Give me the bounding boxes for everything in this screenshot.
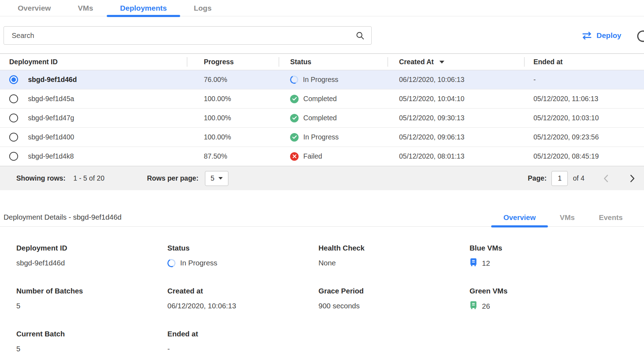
refresh-icon — [636, 29, 644, 43]
radio-button[interactable] — [9, 133, 18, 142]
progress-value: 100.00% — [187, 128, 279, 147]
field-value: 5 — [16, 301, 167, 311]
field-value: - — [167, 344, 318, 352]
rows-per-page-value: 5 — [211, 174, 215, 182]
status-label: In Progress — [303, 76, 338, 84]
status-cell: Completed — [279, 109, 388, 127]
tab-overview[interactable]: Overview — [4, 0, 64, 16]
field-deployment-id: Deployment ID sbgd-9ef1d46d — [16, 244, 167, 268]
column-label: Status — [290, 58, 311, 66]
rows-per-page-label: Rows per page: — [147, 174, 198, 182]
created-at-value: 05/12/2020, 10:04:10 — [388, 89, 524, 108]
success-icon — [290, 133, 299, 142]
showing-rows-label: Showing rows: — [16, 174, 66, 182]
created-at-value: 05/12/2020, 09:06:13 — [388, 128, 524, 147]
tab-deployments[interactable]: Deployments — [107, 0, 181, 16]
chevron-left-icon — [604, 175, 608, 182]
page-label: Page: — [528, 174, 546, 182]
ended-at-value: - — [524, 70, 644, 89]
progress-value: 100.00% — [187, 89, 279, 108]
field-green-vms: Green VMs 26 — [470, 287, 621, 311]
field-label: Current Batch — [16, 330, 167, 338]
next-page-button[interactable] — [630, 175, 635, 182]
field-value: 5 — [16, 344, 167, 352]
vm-green-icon — [470, 301, 477, 311]
progress-value: 76.00% — [187, 70, 279, 89]
radio-button[interactable] — [9, 114, 18, 122]
details-tab-bar: Overview VMs Events — [491, 213, 644, 226]
detail-tab-vms[interactable]: VMs — [548, 213, 587, 226]
table-header: Deployment ID Progress Status Created At… — [0, 54, 644, 70]
table-row[interactable]: sbgd-9ef1d46d 76.00% In Progress 06/12/2… — [0, 70, 644, 89]
status-cell: Failed — [279, 147, 388, 166]
status-label: Failed — [303, 152, 322, 160]
spinner-icon — [289, 75, 299, 85]
created-at-value: 05/12/2020, 08:01:13 — [388, 147, 524, 166]
deployment-id: sbgd-9ef1d45a — [28, 95, 74, 103]
rows-per-page-select[interactable]: 5 — [205, 171, 228, 186]
swap-arrows-icon — [582, 32, 592, 40]
search-input[interactable] — [4, 26, 372, 45]
field-label: Green VMs — [470, 287, 621, 295]
deploy-label: Deploy — [596, 31, 621, 40]
tab-vms[interactable]: VMs — [64, 0, 106, 16]
column-header-status[interactable]: Status — [279, 54, 388, 70]
field-value: sbgd-9ef1d46d — [16, 258, 167, 268]
field-number-of-batches: Number of Batches 5 — [16, 287, 167, 311]
radio-button[interactable] — [9, 152, 18, 161]
progress-value: 87.50% — [187, 147, 279, 166]
deployments-table: Deployment ID Progress Status Created At… — [0, 53, 644, 190]
field-value: In Progress — [167, 258, 318, 268]
column-header-ended-at[interactable]: Ended at — [524, 54, 644, 70]
ended-at-value: 05/12/2020, 10:03:10 — [524, 109, 644, 127]
field-label: Blue VMs — [470, 244, 621, 252]
search-icon[interactable] — [356, 31, 365, 40]
deployment-id: sbgd-9ef1d400 — [28, 133, 74, 141]
field-health-check: Health Check None — [318, 244, 470, 268]
details-title: Deployment Details - sbgd-9ef1d46d — [4, 213, 122, 226]
tab-logs[interactable]: Logs — [180, 0, 225, 16]
field-value: 12 — [470, 258, 621, 268]
field-created-at: Created at 06/12/2020, 10:06:13 — [167, 287, 318, 311]
table-row[interactable]: sbgd-9ef1d400 100.00% In Progress 05/12/… — [0, 128, 644, 147]
table-row[interactable]: sbgd-9ef1d47g 100.00% Completed 05/12/20… — [0, 109, 644, 128]
field-label: Ended at — [167, 330, 318, 338]
column-label: Deployment ID — [9, 58, 58, 66]
ended-at-value: 05/12/2020, 09:23:56 — [524, 128, 644, 147]
column-header-created-at[interactable]: Created At — [388, 54, 524, 70]
column-header-progress[interactable]: Progress — [187, 54, 279, 70]
field-label: Grace Period — [318, 287, 470, 295]
search-box — [4, 26, 372, 45]
spinner-icon — [166, 258, 177, 268]
page-input[interactable] — [551, 171, 568, 186]
prev-page-button[interactable] — [604, 175, 608, 182]
detail-tab-overview[interactable]: Overview — [491, 213, 548, 226]
status-cell: Completed — [279, 89, 388, 108]
column-label: Progress — [204, 58, 234, 66]
field-value: 900 seconds — [318, 301, 470, 311]
vm-count: 26 — [482, 302, 490, 310]
refresh-button[interactable] — [636, 29, 644, 43]
status-label: Completed — [303, 95, 337, 103]
deploy-button[interactable]: Deploy — [582, 31, 621, 40]
vm-count: 12 — [482, 259, 490, 268]
column-header-deployment-id[interactable]: Deployment ID — [0, 54, 187, 70]
showing-rows-value: 1 - 5 of 20 — [73, 174, 105, 182]
field-status: Status In Progress — [167, 244, 318, 268]
success-icon — [290, 114, 299, 122]
success-icon — [290, 95, 299, 103]
field-value: 06/12/2020, 10:06:13 — [167, 301, 318, 311]
failed-icon — [290, 152, 299, 161]
field-blue-vms: Blue VMs 12 — [470, 244, 621, 268]
caret-down-icon — [218, 177, 223, 180]
detail-tab-events[interactable]: Events — [587, 213, 635, 226]
column-label: Ended at — [533, 58, 562, 66]
deployment-id: sbgd-9ef1d47g — [28, 114, 74, 122]
radio-button[interactable] — [9, 94, 18, 103]
status-label: Completed — [303, 114, 337, 122]
table-row[interactable]: sbgd-9ef1d45a 100.00% Completed 05/12/20… — [0, 89, 644, 109]
ended-at-value: 05/12/2020, 08:45:19 — [524, 147, 644, 166]
main-tab-bar: Overview VMs Deployments Logs — [0, 0, 644, 16]
radio-button[interactable] — [9, 75, 18, 84]
table-row[interactable]: sbgd-9ef1d4k8 87.50% Failed 05/12/2020, … — [0, 147, 644, 166]
